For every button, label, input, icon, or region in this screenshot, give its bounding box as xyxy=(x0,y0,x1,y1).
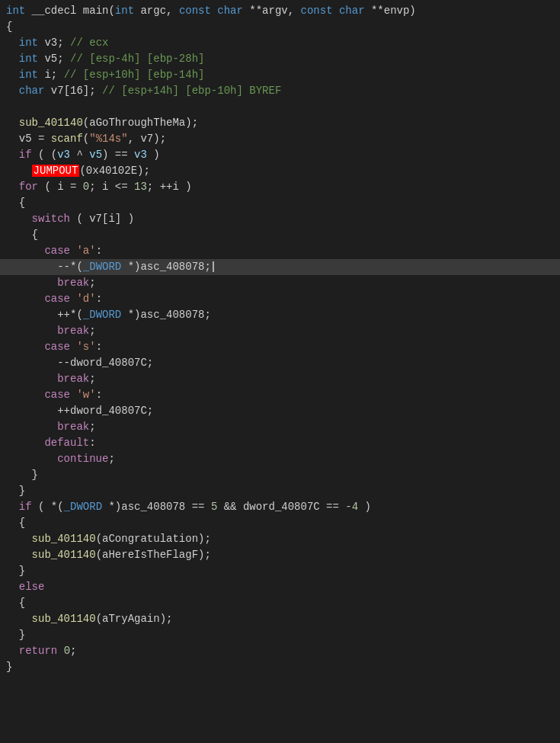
token-plain: : xyxy=(96,245,102,257)
token-func: scanf xyxy=(51,133,83,145)
line-content: sub_401140(aGoThroughTheMa); xyxy=(6,115,198,131)
token-func: sub_401140 xyxy=(32,549,96,561)
code-line xyxy=(0,99,560,115)
token-plain xyxy=(57,645,63,657)
code-line: } xyxy=(0,627,560,643)
token-str: 'd' xyxy=(76,293,95,305)
token-plain: *)asc_408078; xyxy=(121,261,211,273)
token-str: 'a' xyxy=(76,245,95,257)
code-line: { xyxy=(0,227,560,243)
code-line: { xyxy=(0,595,560,611)
token-plain: argc, xyxy=(134,5,179,17)
code-line: case 'a': xyxy=(0,243,560,259)
token-plain xyxy=(333,5,339,17)
line-content: else xyxy=(6,579,44,595)
line-content: JUMPOUT(0x40102E); xyxy=(6,163,150,179)
token-plain: } xyxy=(6,661,12,673)
token-kw2: continue xyxy=(6,453,108,465)
token-plain xyxy=(6,613,32,625)
line-content: return 0; xyxy=(6,643,76,659)
token-plain: (aHereIsTheFlagF); xyxy=(96,549,211,561)
line-content: break; xyxy=(6,275,96,291)
token-kw: const xyxy=(301,5,333,17)
line-content: sub_401140(aCongratulation); xyxy=(6,531,211,547)
token-str: 'w' xyxy=(76,389,95,401)
token-type: _DWORD xyxy=(64,501,102,513)
token-str: 's' xyxy=(76,341,95,353)
token-var: v5 xyxy=(89,149,102,161)
token-func: sub_401140 xyxy=(19,117,83,129)
token-plain: ; xyxy=(89,325,95,337)
line-content: } xyxy=(6,563,25,579)
code-line: char v7[16]; // [esp+14h] [ebp-10h] BYRE… xyxy=(0,83,560,99)
token-plain: { xyxy=(6,597,25,609)
line-content: { xyxy=(6,19,12,35)
jumpout-label: JUMPOUT xyxy=(32,165,80,177)
token-plain: ; ++i ) xyxy=(147,181,192,193)
token-plain: { xyxy=(6,517,25,529)
token-plain: ( ( xyxy=(32,149,58,161)
token-plain: ^ xyxy=(70,149,89,161)
token-kw2: break xyxy=(6,373,89,385)
token-plain xyxy=(6,69,19,81)
token-plain xyxy=(6,117,19,129)
code-line: return 0; xyxy=(0,643,560,659)
token-plain: ) xyxy=(358,501,371,513)
line-content: sub_401140(aTryAgain); xyxy=(6,611,172,627)
token-plain: ; xyxy=(89,277,95,289)
code-line: case 's': xyxy=(0,339,560,355)
code-line: sub_401140(aTryAgain); xyxy=(0,611,560,627)
token-type: _DWORD xyxy=(83,309,121,321)
line-content: int i; // [esp+10h] [ebp-14h] xyxy=(6,67,204,83)
token-kw2: return xyxy=(6,645,57,657)
token-plain: { xyxy=(6,21,12,33)
line-content: } xyxy=(6,483,25,499)
token-var: v3 xyxy=(134,149,147,161)
code-line: } xyxy=(0,467,560,483)
token-plain: **envp) xyxy=(365,5,416,17)
line-content: break; xyxy=(6,323,96,339)
token-comment: // [esp+10h] [ebp-14h] xyxy=(64,69,205,81)
code-line: { xyxy=(0,19,560,35)
token-type: _DWORD xyxy=(83,261,121,273)
token-plain: *)asc_408078; xyxy=(121,309,211,321)
token-plain: ; xyxy=(89,373,95,385)
line-content: break; xyxy=(6,371,96,387)
token-func: sub_401140 xyxy=(32,613,96,625)
token-plain: v3; xyxy=(38,37,70,49)
code-container: int __cdecl main(int argc, const char **… xyxy=(0,0,560,743)
code-line: if ( *(_DWORD *)asc_408078 == 5 && dword… xyxy=(0,499,560,515)
token-plain: (aTryAgain); xyxy=(96,613,173,625)
code-line: { xyxy=(0,195,560,211)
code-line: case 'd': xyxy=(0,291,560,307)
token-str: "%14s" xyxy=(89,133,127,145)
token-kw2: break xyxy=(6,421,89,433)
token-num: 0 xyxy=(83,181,89,193)
line-content: case 'a': xyxy=(6,243,102,259)
code-line: else xyxy=(0,579,560,595)
line-content: --*(_DWORD *)asc_408078; xyxy=(6,259,214,275)
line-content: ++*(_DWORD *)asc_408078; xyxy=(6,307,211,323)
code-line: JUMPOUT(0x40102E); xyxy=(0,163,560,179)
token-plain xyxy=(6,85,19,97)
code-line: sub_401140(aCongratulation); xyxy=(0,531,560,547)
line-content: --dword_40807C; xyxy=(6,355,153,371)
token-kw2: switch xyxy=(6,213,70,225)
token-comment: // ecx xyxy=(70,37,108,49)
token-kw: int xyxy=(19,69,38,81)
code-line: for ( i = 0; i <= 13; ++i ) xyxy=(0,179,560,195)
code-line: default: xyxy=(0,435,560,451)
line-content: { xyxy=(6,227,38,243)
code-line: case 'w': xyxy=(0,387,560,403)
token-num: 13 xyxy=(134,181,147,193)
code-line: } xyxy=(0,659,560,675)
token-plain: v7[16]; xyxy=(44,85,102,97)
token-plain: ; xyxy=(89,421,95,433)
line-content: char v7[16]; // [esp+14h] [ebp-10h] BYRE… xyxy=(6,83,281,99)
line-content: break; xyxy=(6,419,96,435)
code-line: int __cdecl main(int argc, const char **… xyxy=(0,3,560,19)
token-plain: ( v7[i] ) xyxy=(70,213,134,225)
line-content: default: xyxy=(6,435,96,451)
token-kw: int xyxy=(115,5,134,17)
token-kw2: default xyxy=(6,437,89,449)
